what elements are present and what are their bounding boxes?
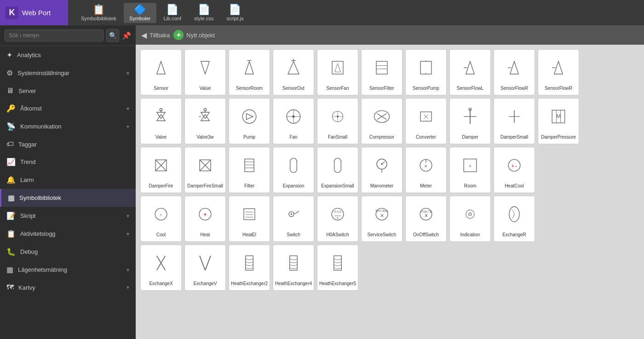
symbol-icon: Serv Auto✕ [362,196,402,232]
symbol-cell-damperpressure[interactable]: M DamperPressure [538,98,579,144]
svg-text:Serv  Auto: Serv Auto [375,209,388,212]
symbol-label: Pump [242,134,257,140]
symbol-cell-sensor[interactable]: Sensor [140,49,182,95]
symbol-cell-sensorfilter[interactable]: SensorFilter [361,49,402,95]
symbol-cell-sensorfan[interactable]: SensorFan [317,49,358,95]
symbol-cell-heatcool[interactable]: +- HeatCool [494,147,535,193]
search-button[interactable]: 🔍 [106,29,119,42]
symbol-cell-switch[interactable]: Switch [273,196,314,242]
symbol-cell-exchangev[interactable]: ExchangeV [184,245,226,291]
symbol-cell-sensorflowl[interactable]: SensorFlowL [449,49,491,95]
symbol-cell-fan[interactable]: Fan [273,98,314,144]
sidebar-item-symbolbibliotek[interactable]: ▦ Symbolbibliotek [0,189,136,207]
file-icon: 📄 [229,5,241,15]
toolbar-file-lib-conf[interactable]: 📄Lib.conf [158,3,187,23]
sidebar-item-atkomst[interactable]: 🔑 Åtkomst ▾ [0,99,136,117]
back-button[interactable]: ◀ Tillbaka [141,31,170,40]
svg-rect-66 [334,158,341,172]
symbol-icon [362,50,402,86]
symbol-cell-h0aswitch[interactable]: H 0 A✕ H0ASwitch [317,196,358,242]
symbol-cell-valve[interactable]: Valve [140,98,182,144]
svg-point-88 [291,213,293,215]
symbol-cell-heat[interactable]: + Heat [184,196,226,242]
sidebar-item-lagenhetsmätning[interactable]: ▦ Lägenhetsmätning ▾ [0,261,136,279]
symbol-cell-expansion[interactable]: Expansion [273,147,314,193]
sidebar-item-taggar[interactable]: 🏷 Taggar [0,135,136,153]
symbol-cell-filter[interactable]: Filter [229,147,270,193]
symbol-label: Converter [414,134,438,140]
symbol-cell-cool[interactable]: - Cool [140,196,182,242]
symbol-cell-manometer[interactable]: Manometer [361,147,402,193]
symbol-cell-sensorflowr[interactable]: SensorFlowR [538,49,579,95]
svg-rect-9 [376,61,387,74]
symbol-cell-pump[interactable]: Pump [229,98,270,144]
content-area: ◀ Tillbaka + Nytt objekt Sensor Value Se… [136,25,644,339]
symbol-label: Filter [242,183,256,189]
add-circle-icon: + [173,30,184,40]
sidebar-item-kommunikation[interactable]: 📡 Kommunikation ▾ [0,117,136,135]
symbol-cell-exchanger[interactable]: ExchangeR [494,196,535,242]
symbol-cell-heatel[interactable]: HeatEl [229,196,270,242]
symbol-cell-damper[interactable]: Damper [449,98,491,144]
sidebar-item-debug[interactable]: 🐛 Debug [0,243,136,261]
symbol-icon [229,99,270,134]
symbol-cell-dampersmall[interactable]: DamperSmall [494,98,535,144]
sidebar-item-skript[interactable]: 📝 Skript ▾ [0,207,136,225]
svg-text:+: + [203,211,207,218]
symbol-label: Meter [418,183,434,189]
symbol-cell-expansionsmall[interactable]: ExpansionSmall [317,147,358,193]
symbol-icon [273,99,314,134]
symbol-icon [273,245,314,281]
symbol-cell-value[interactable]: Value [184,49,226,95]
symbol-cell-compressor[interactable]: Compressor [361,98,402,144]
pin-icon[interactable]: 📌 [122,31,131,40]
toolbar-file-style-css[interactable]: 📄style.css [189,3,219,23]
sidebar-item-server[interactable]: 🖥 Server [0,82,136,99]
symbol-cell-damperfire[interactable]: DamperFire [140,147,182,193]
symbol-cell-heathexchanger4[interactable]: HeathExchanger4 [273,245,314,291]
symbol-cell-onoffswitch[interactable]: Från Till✕ OnOffSwitch [405,196,447,242]
toolbar-file-symboler[interactable]: 🔷Symboler [124,3,156,23]
symbol-cell-converter[interactable]: Converter [405,98,447,144]
symbol-row: Valve Valve3w Pump Fan FanSmall Compress… [140,98,639,144]
file-icon: 🔷 [134,5,146,15]
symbol-cell-valve3w[interactable]: Valve3w [184,98,226,144]
sidebar-item-trend[interactable]: 📈 Trend [0,153,136,171]
svg-point-39 [337,116,339,117]
sidebar-item-analytics[interactable]: ✦ Analytics [0,46,136,64]
symbol-cell-sensorpump[interactable]: SensorPump [405,49,447,95]
symbol-label: SensorFan [325,86,351,91]
symbol-icon: H 0 A✕ [317,196,358,232]
symbol-cell-heathexchanger5[interactable]: HeathExchanger5 [317,245,358,291]
symbol-label: OnOffSwitch [411,232,441,238]
symbol-cell-sensorroom[interactable]: SensorRoom [229,49,270,95]
symbol-icon [141,245,181,281]
symbol-cell-meter[interactable]: ✕ Meter [405,147,447,193]
symbol-row: Sensor Value SensorRoom SensorOut Sensor… [140,49,639,95]
toolbar-file-symbolbibliotek[interactable]: 📋Symbolbibliotek [75,3,122,23]
symbol-label: FanSmall [326,134,349,140]
symbol-cell-damperfiresmall[interactable]: DamperFireSmall [184,147,226,193]
symbol-cell-heathexchanger2[interactable]: HeathExchanger2 [229,245,270,291]
sidebar-item-larm[interactable]: 🔔 Larm [0,171,136,189]
sidebar-item-aktivitetslogg[interactable]: 📋 Aktivitetslogg ▾ [0,225,136,243]
svg-marker-17 [510,61,518,74]
sidebar-item-systeminst[interactable]: ⚙ Systeminställningar ▾ [0,64,136,82]
add-button[interactable]: + Nytt objekt [173,30,214,40]
symbol-cell-serviceswitch[interactable]: Serv Auto✕ ServiceSwitch [361,196,402,242]
search-input[interactable] [5,29,104,41]
sidebar-item-kartvy[interactable]: 🗺 Kartvy ▾ [0,279,136,296]
symbol-cell-exchangex[interactable]: ExchangeX [140,245,182,291]
symbol-cell-fansmall[interactable]: FanSmall [317,98,358,144]
symbol-cell-sensorout[interactable]: SensorOut [273,49,314,95]
svg-line-106 [205,256,211,270]
svg-marker-8 [335,64,341,72]
chevron-icon: ▾ [126,70,129,76]
symbol-label: Indication [459,232,482,238]
symbol-icon [185,245,225,281]
symbol-cell-sensorflowr[interactable]: SensorFlowR [494,49,535,95]
toolbar-file-script-js[interactable]: 📄script.js [221,3,249,23]
symbol-label: Compressor [368,134,396,140]
symbol-cell-indication[interactable]: Indication [449,196,491,242]
symbol-cell-room[interactable]: + Room [449,147,491,193]
